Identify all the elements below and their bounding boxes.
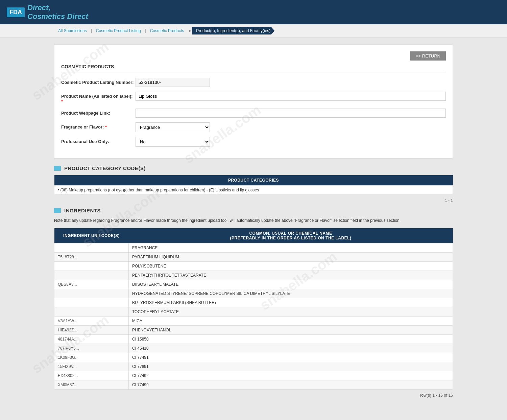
webpage-link-input[interactable]: [136, 109, 446, 118]
product-name-input[interactable]: [136, 92, 446, 101]
ingredient-unii-cell: V8A1AW...: [54, 317, 129, 326]
ingredients-row-count: row(s) 1 - 16 of 16: [54, 392, 453, 399]
ingredient-name-cell: CI 15850: [129, 335, 453, 344]
product-category-title: PRODUCT CATEGORY CODE(S): [64, 165, 146, 171]
ingredient-unii-cell: EX43802...: [54, 371, 129, 380]
table-row: HYDROGENATED STYRENE/ISOPRENE COPOLYMER …: [54, 289, 453, 298]
ingredient-name-cell: CI 77491: [129, 353, 453, 362]
ingredient-name-cell: PHENOXYETHANOL: [129, 326, 453, 335]
breadcrumb-sep-3: ►: [188, 28, 192, 33]
header-title-sub: Direct: [67, 12, 88, 21]
breadcrumb: All Submissions | Cosmetic Product Listi…: [0, 24, 507, 38]
ingredient-unii-cell: 1K09F3G...: [54, 353, 129, 362]
ingredient-unii-cell: 481744A...: [54, 335, 129, 344]
category-cell: (08) Makeup preparations (not eye)(other…: [54, 186, 453, 195]
main-content: << RETURN COSMETIC PRODUCTS Cosmetic Pro…: [0, 38, 507, 406]
ingredient-name-cell: PARAFFINUM LIQUIDUM: [129, 253, 453, 262]
product-category-section: PRODUCT CATEGORY CODE(S) PRODUCT CATEGOR…: [54, 165, 453, 204]
return-btn-row: << RETURN: [61, 51, 446, 61]
cosmetic-products-card: << RETURN COSMETIC PRODUCTS Cosmetic Pro…: [54, 44, 453, 159]
ingredient-name-cell: TOCOPHERYL ACETATE: [129, 307, 453, 317]
ingredient-name-cell: CI 45410: [129, 344, 453, 353]
product-name-label: Product Name (As listed on label): *: [61, 92, 136, 104]
fragrance-row: Fragrance or Flavor: * Fragrance Flavor …: [61, 122, 446, 132]
product-category-header: PRODUCT CATEGORY CODE(S): [54, 165, 453, 171]
fda-logo: FDA: [7, 7, 25, 17]
table-row: POLYISOBUTENE: [54, 262, 453, 271]
ingredient-name-cell: FRAGRANCE: [129, 243, 453, 253]
breadcrumb-cosmetic-products[interactable]: Cosmetic Products: [146, 27, 188, 34]
ingredient-name-cell: MICA: [129, 317, 453, 326]
ingredients-table: INGREDIENT UNII CODE(S) COMMON, USUAL OR…: [54, 228, 453, 390]
table-row: HIE492Z...PHENOXYETHANOL: [54, 326, 453, 335]
ingredient-unii-cell: [54, 307, 129, 317]
header-title: Direct, Cosmetics Direct: [27, 3, 88, 21]
ingredients-note: Note that any update regarding Fragrance…: [54, 217, 453, 224]
ingredient-unii-cell: HIE492Z...: [54, 326, 129, 335]
ingredient-unii-cell: [54, 298, 129, 307]
ingredient-name-cell: CI 77499: [129, 380, 453, 390]
ingredients-header: INGREDIENTS: [54, 208, 453, 213]
ingredient-name-cell: DIISOSTEARYL MALATE: [129, 280, 453, 289]
ingredient-unii-cell: [54, 271, 129, 280]
ingredient-unii-cell: [54, 289, 129, 298]
ingredient-unii-cell: QBS8A3...: [54, 280, 129, 289]
breadcrumb-active: Product(s), Ingredient(s), and Facility(…: [192, 27, 274, 34]
ingredient-unii-cell: XM0M87...: [54, 380, 129, 390]
ingredient-unii-cell: 15FIX9V...: [54, 362, 129, 371]
listing-number-row: Cosmetic Product Listing Number:: [61, 78, 446, 87]
table-row: TOCOPHERYL ACETATE: [54, 307, 453, 317]
table-row: (08) Makeup preparations (not eye)(other…: [54, 186, 453, 195]
fragrance-required: *: [105, 124, 107, 130]
ingredient-unii-cell: 767IP0Y5...: [54, 344, 129, 353]
ingredients-bar: [54, 208, 61, 213]
header-brand: Cosmetics: [27, 12, 65, 21]
listing-number-input: [136, 78, 210, 87]
fragrance-label: Fragrance or Flavor: *: [61, 122, 136, 130]
table-row: 15FIX9V...CI 77891: [54, 362, 453, 371]
ingredient-name-cell: POLYISOBUTENE: [129, 262, 453, 271]
professional-use-label: Professional Use Only:: [61, 137, 136, 144]
breadcrumb-all-submissions[interactable]: All Submissions: [54, 27, 91, 34]
app-header: FDA Direct, Cosmetics Direct: [0, 0, 507, 24]
product-categories-table: PRODUCT CATEGORIES (08) Makeup preparati…: [54, 175, 453, 195]
table-row: FRAGRANCE: [54, 243, 453, 253]
ingredient-name-cell: HYDROGENATED STYRENE/ISOPRENE COPOLYMER …: [129, 289, 453, 298]
ingredients-col1-header: INGREDIENT UNII CODE(S): [54, 228, 129, 243]
webpage-link-row: Product Webpage Link:: [61, 109, 446, 118]
ingredient-name-cell: CI 77492: [129, 371, 453, 380]
professional-use-select[interactable]: No Yes: [136, 137, 210, 147]
product-name-row: Product Name (As listed on label): *: [61, 92, 446, 104]
breadcrumb-product-listing[interactable]: Cosmetic Product Listing: [92, 27, 145, 34]
table-row: 1K09F3G...CI 77491: [54, 353, 453, 362]
ingredients-title: INGREDIENTS: [64, 208, 101, 213]
category-pagination: 1 - 1: [54, 197, 453, 204]
ingredient-name-cell: PENTAERYTHRITOL TETRASTEARATE: [129, 271, 453, 280]
fragrance-select[interactable]: Fragrance Flavor None: [136, 122, 210, 132]
ingredients-section: INGREDIENTS Note that any update regardi…: [54, 208, 453, 399]
table-row: XM0M87...CI 77499: [54, 380, 453, 390]
return-button[interactable]: << RETURN: [410, 51, 446, 61]
table-row: BUTYROSPERMUM PARKII (SHEA BUTTER): [54, 298, 453, 307]
ingredient-unii-cell: [54, 262, 129, 271]
ingredient-name-cell: BUTYROSPERMUM PARKII (SHEA BUTTER): [129, 298, 453, 307]
table-row: T5L8T28...PARAFFINUM LIQUIDUM: [54, 253, 453, 262]
professional-use-row: Professional Use Only: No Yes: [61, 137, 446, 147]
product-name-required: *: [61, 99, 63, 104]
ingredients-col2-header: COMMON, USUAL OR CHEMICAL NAME (PREFERAB…: [129, 228, 453, 243]
product-category-bar: [54, 166, 61, 171]
product-categories-header: PRODUCT CATEGORIES: [54, 175, 453, 186]
table-row: 767IP0Y5...CI 45410: [54, 344, 453, 353]
listing-number-label: Cosmetic Product Listing Number:: [61, 78, 136, 85]
table-row: PENTAERYTHRITOL TETRASTEARATE: [54, 271, 453, 280]
ingredient-unii-cell: T5L8T28...: [54, 253, 129, 262]
ingredient-unii-cell: [54, 243, 129, 253]
table-row: QBS8A3...DIISOSTEARYL MALATE: [54, 280, 453, 289]
header-title-main: Direct,: [27, 3, 50, 12]
webpage-link-label: Product Webpage Link:: [61, 109, 136, 116]
ingredient-name-cell: CI 77891: [129, 362, 453, 371]
table-row: V8A1AW...MICA: [54, 317, 453, 326]
cosmetic-products-title: COSMETIC PRODUCTS: [61, 64, 446, 72]
table-row: EX43802...CI 77492: [54, 371, 453, 380]
table-row: 481744A...CI 15850: [54, 335, 453, 344]
